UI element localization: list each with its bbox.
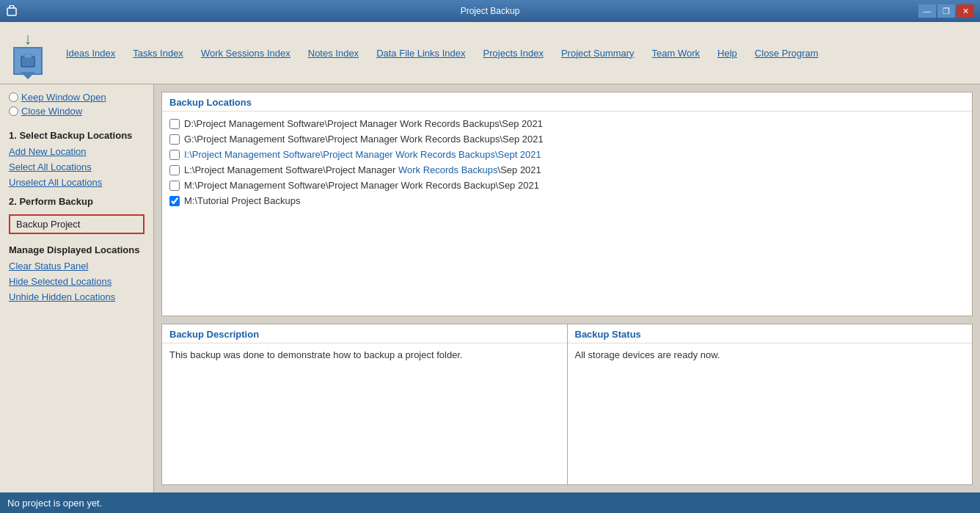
location-checkbox-6[interactable] xyxy=(169,196,180,206)
nav-projects-index[interactable]: Projects Index xyxy=(475,45,552,62)
nav-close-program[interactable]: Close Program xyxy=(746,45,827,62)
backup-project-button[interactable]: Backup Project xyxy=(9,214,145,234)
location-text-4: L:\Project Management Software\Project M… xyxy=(184,164,541,175)
nav-data-file-links-index[interactable]: Data File Links Index xyxy=(368,45,474,62)
location-checkbox-1[interactable] xyxy=(169,119,180,129)
hide-selected-locations-link[interactable]: Hide Selected Locations xyxy=(9,275,145,288)
menu-bar: ↓ Ideas Index Tasks Index Work Sessions … xyxy=(0,22,980,84)
clear-status-panel-link[interactable]: Clear Status Panel xyxy=(9,260,145,272)
backup-status-panel: Backup Status All storage devices are re… xyxy=(568,324,973,485)
list-item: G:\Project Management Software\Project M… xyxy=(169,131,965,147)
list-item: I:\Project Management Software\Project M… xyxy=(169,147,965,162)
nav-help[interactable]: Help xyxy=(709,45,746,62)
close-window-button[interactable]: ✕ xyxy=(957,4,974,18)
location-text-6: M:\Tutorial Project Backups xyxy=(184,195,300,206)
backup-locations-title: Backup Locations xyxy=(162,92,972,112)
logo-arrow-icon: ↓ xyxy=(24,31,32,47)
window-mode-group: Keep Window Open Close Window xyxy=(9,92,145,117)
svg-rect-2 xyxy=(24,54,32,58)
location-checkbox-2[interactable] xyxy=(169,134,180,145)
list-item: D:\Project Management Software\Project M… xyxy=(169,116,965,131)
right-panel: Backup Locations D:\Project Management S… xyxy=(154,84,980,492)
nav-ideas-index[interactable]: Ideas Index xyxy=(57,45,124,62)
sidebar: Keep Window Open Close Window 1. Select … xyxy=(0,84,154,492)
main-content: Keep Window Open Close Window 1. Select … xyxy=(0,84,980,492)
status-bar-text: No project is open yet. xyxy=(7,498,102,509)
add-new-location-link[interactable]: Add New Location xyxy=(9,145,145,158)
location-checkbox-5[interactable] xyxy=(169,181,180,191)
svg-rect-0 xyxy=(7,8,16,15)
title-bar: Project Backup — ❐ ✕ xyxy=(0,0,980,22)
locations-list: D:\Project Management Software\Project M… xyxy=(162,112,972,213)
location-checkbox-3[interactable] xyxy=(169,150,180,160)
list-item: M:\Project Management Software\Project M… xyxy=(169,178,965,193)
nav-project-summary[interactable]: Project Summary xyxy=(552,45,643,62)
keep-window-open-text: Keep Window Open xyxy=(21,92,106,103)
location-text-1: D:\Project Management Software\Project M… xyxy=(184,118,543,129)
backup-description-title: Backup Description xyxy=(162,324,567,343)
location-text-2: G:\Project Management Software\Project M… xyxy=(184,134,544,145)
list-item: L:\Project Management Software\Project M… xyxy=(169,162,965,178)
bottom-panels: Backup Description Backup Status All sto… xyxy=(161,324,973,485)
window-controls: — ❐ ✕ xyxy=(918,4,974,18)
unselect-all-locations-link[interactable]: Unselect All Locations xyxy=(9,176,145,189)
app-logo: ↓ xyxy=(6,27,50,79)
close-window-label[interactable]: Close Window xyxy=(9,106,145,117)
keep-window-open-radio[interactable] xyxy=(9,92,18,102)
nav-tasks-index[interactable]: Tasks Index xyxy=(124,45,192,62)
keep-window-open-label[interactable]: Keep Window Open xyxy=(9,92,145,103)
backup-description-body xyxy=(162,343,567,484)
location-text-3: I:\Project Management Software\Project M… xyxy=(184,149,541,160)
manage-locations-header: Manage Displayed Locations xyxy=(9,244,145,255)
backup-description-panel: Backup Description xyxy=(161,324,568,485)
backup-status-text: All storage devices are ready now. xyxy=(575,349,720,360)
window-title: Project Backup xyxy=(461,6,520,16)
section1-header: 1. Select Backup Locations xyxy=(9,130,145,141)
nav-team-work[interactable]: Team Work xyxy=(643,45,709,62)
close-window-text: Close Window xyxy=(21,106,82,117)
unhide-hidden-locations-link[interactable]: Unhide Hidden Locations xyxy=(9,291,145,303)
backup-status-body: All storage devices are ready now. xyxy=(568,343,973,484)
close-window-radio[interactable] xyxy=(9,106,18,116)
location-text-5: M:\Project Management Software\Project M… xyxy=(184,180,539,191)
nav-menu: Ideas Index Tasks Index Work Sessions In… xyxy=(57,45,974,62)
logo-box-icon xyxy=(13,47,43,75)
backup-status-title: Backup Status xyxy=(568,324,973,343)
backup-locations-panel: Backup Locations D:\Project Management S… xyxy=(161,92,973,316)
app-icon xyxy=(6,5,18,17)
restore-button[interactable]: ❐ xyxy=(937,4,955,18)
select-all-locations-link[interactable]: Select All Locations xyxy=(9,161,145,173)
nav-notes-index[interactable]: Notes Index xyxy=(299,45,368,62)
location-checkbox-4[interactable] xyxy=(169,165,180,175)
section2-header: 2. Perform Backup xyxy=(9,196,145,207)
nav-work-sessions-index[interactable]: Work Sessions Index xyxy=(192,45,299,62)
title-bar-left xyxy=(6,5,18,17)
minimize-button[interactable]: — xyxy=(918,4,936,18)
backup-description-textarea[interactable] xyxy=(169,349,560,479)
status-bar: No project is open yet. xyxy=(0,492,980,513)
list-item: M:\Tutorial Project Backups xyxy=(169,193,965,208)
